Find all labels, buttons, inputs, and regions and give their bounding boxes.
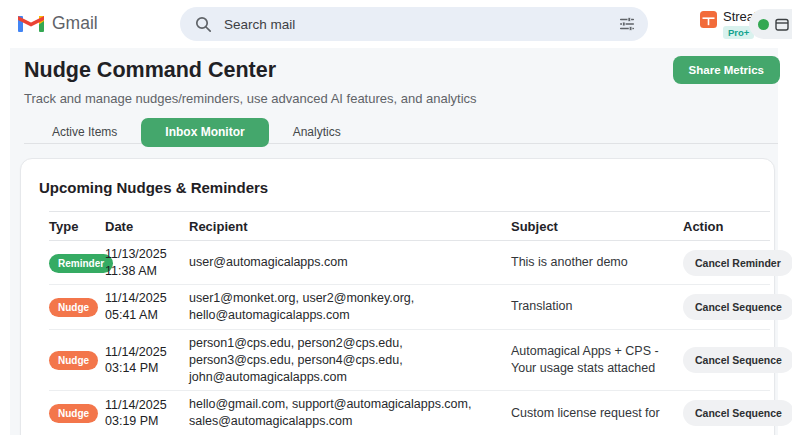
share-metrics-button[interactable]: Share Metrics	[673, 56, 780, 84]
date-cell: 11/14/202505:41 AM	[105, 290, 189, 323]
date-cell: 11/13/202511:38 AM	[105, 246, 189, 279]
page-title: Nudge Command Center	[24, 58, 276, 83]
gmail-brand[interactable]: Gmail	[18, 13, 98, 34]
page-subtitle: Track and manage nudges/reminders, use a…	[24, 91, 477, 106]
nudges-table: Type Date Recipient Subject Action Remin…	[49, 211, 770, 435]
panel-title: Upcoming Nudges & Reminders	[39, 179, 770, 196]
table-row: Nudge 11/14/202505:41 AM user1@monket.or…	[49, 285, 770, 330]
subject-cell: Automagical Apps + CPS - Your usage stat…	[511, 343, 683, 377]
table-header-row: Type Date Recipient Subject Action	[49, 211, 770, 241]
tab-analytics[interactable]: Analytics	[269, 118, 365, 147]
subject-cell: This is another demo	[511, 254, 683, 271]
type-badge: Nudge	[49, 351, 98, 370]
recipient-cell: user1@monket.org, user2@monkey.org, hell…	[189, 290, 511, 324]
gmail-topbar: Gmail	[0, 0, 792, 48]
type-badge: Nudge	[49, 404, 98, 423]
subject-cell: Translation	[511, 298, 683, 315]
search-input[interactable]	[224, 17, 618, 32]
column-header-recipient: Recipient	[189, 220, 511, 233]
streak-logo-icon	[700, 11, 717, 28]
date-cell: 11/14/202503:19 PM	[105, 397, 189, 430]
calendar-icon	[775, 17, 789, 31]
search-icon[interactable]	[194, 15, 212, 33]
search-options-icon[interactable]	[618, 15, 636, 33]
search-bar[interactable]	[180, 7, 648, 41]
cancel-sequence-button[interactable]: Cancel Sequence	[683, 294, 792, 320]
type-badge: Reminder	[49, 254, 113, 273]
column-header-action: Action	[683, 220, 770, 233]
type-badge: Nudge	[49, 298, 98, 317]
table-row: Nudge 11/14/202503:19 PM hello@gmail.com…	[49, 391, 770, 435]
column-header-type: Type	[49, 220, 105, 233]
upcoming-nudges-panel: Upcoming Nudges & Reminders Type Date Re…	[20, 158, 775, 435]
recipient-cell: user@automagicalapps.com	[189, 254, 511, 271]
cancel-sequence-button[interactable]: Cancel Sequence	[683, 400, 792, 426]
recipient-cell: hello@gmail.com, support@automagicalapps…	[189, 396, 511, 430]
cancel-sequence-button[interactable]: Cancel Sequence	[683, 347, 792, 373]
table-row: Reminder 11/13/202511:38 AM user@automag…	[49, 241, 770, 285]
cancel-reminder-button[interactable]: Cancel Reminder	[683, 250, 792, 276]
subject-cell: Custom license request for	[511, 405, 683, 422]
recipient-cell: person1@cps.edu, person2@cps.edu, person…	[189, 335, 511, 386]
screen: Gmail	[0, 0, 792, 435]
table-row: Nudge 11/14/202503:14 PM person1@cps.edu…	[49, 330, 770, 392]
column-header-date: Date	[105, 220, 189, 233]
app-name: Gmail	[52, 13, 98, 34]
date-cell: 11/14/202503:14 PM	[105, 344, 189, 377]
tab-inbox-monitor[interactable]: Inbox Monitor	[141, 118, 268, 147]
status-account-pill[interactable]	[749, 9, 792, 39]
tab-bar: Active Items Inbox Monitor Analytics	[28, 118, 365, 147]
status-dot-icon	[758, 19, 769, 30]
gmail-logo-icon	[18, 14, 44, 34]
column-header-subject: Subject	[511, 220, 683, 233]
tab-active-items[interactable]: Active Items	[28, 118, 141, 147]
